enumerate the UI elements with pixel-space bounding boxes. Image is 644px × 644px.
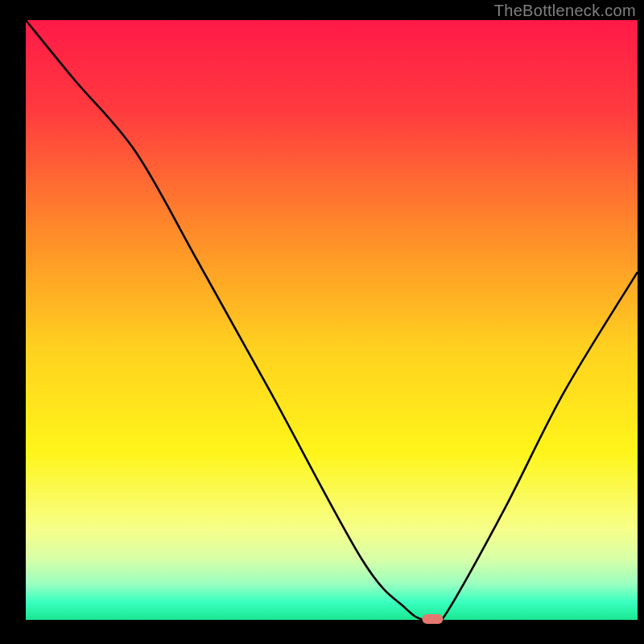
watermark-text: TheBottleneck.com [494, 2, 636, 20]
gradient-background [26, 20, 638, 620]
chart-frame: TheBottleneck.com [0, 0, 644, 644]
optimal-point-marker [422, 614, 443, 624]
plot-area [26, 20, 638, 629]
bottleneck-chart [0, 0, 644, 644]
